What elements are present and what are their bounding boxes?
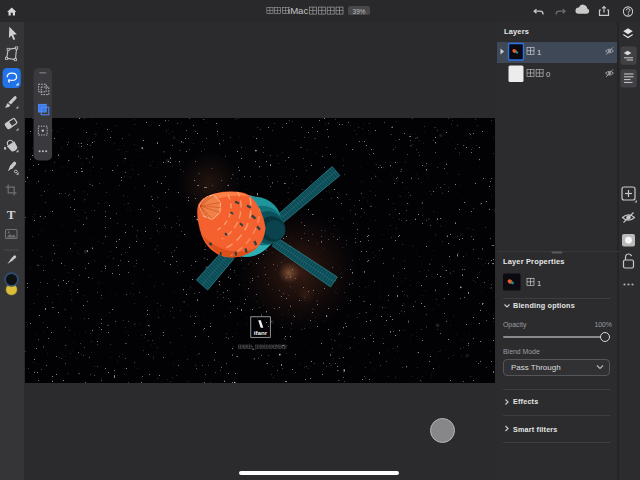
svg-text:ifanr: ifanr — [253, 328, 267, 335]
